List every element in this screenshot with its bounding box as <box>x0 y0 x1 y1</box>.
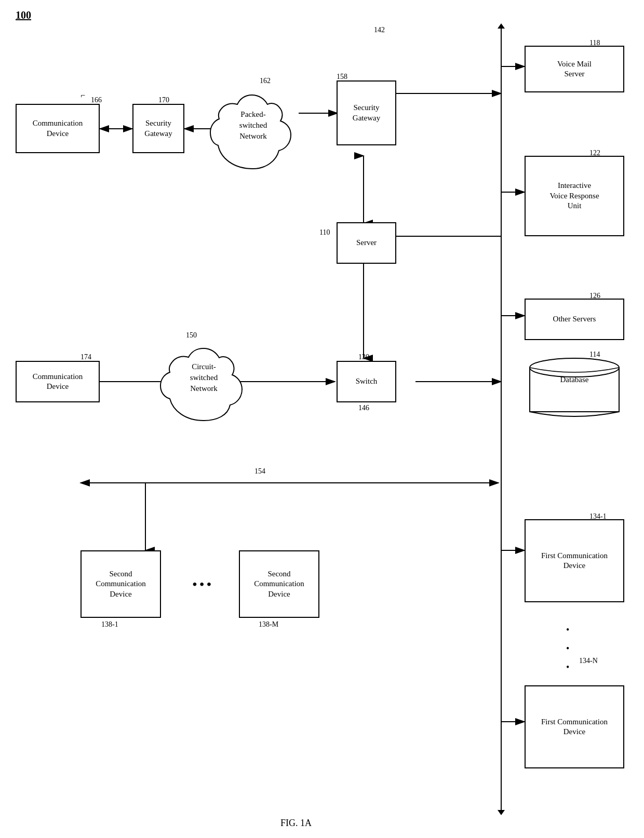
ref-130: 130 <box>358 353 369 361</box>
ellipsis-dots: ••• <box>192 576 213 593</box>
circuit-network: Circuit-switchedNetwork <box>158 336 249 427</box>
diagram: 100 <box>0 0 644 838</box>
diagram-title: 100 <box>16 9 31 21</box>
ref-162: 162 <box>260 77 271 85</box>
ivr-unit: InteractiveVoice ResponseUnit <box>525 156 624 236</box>
ivr-label: InteractiveVoice ResponseUnit <box>549 181 599 211</box>
server: Server <box>337 222 396 264</box>
sec-gateway-170-label: SecurityGateway <box>144 118 172 139</box>
vert-dots: ••• <box>566 620 569 677</box>
ref-138-1: 138-1 <box>101 620 118 629</box>
first-comm-1: First CommunicationDevice <box>525 519 624 602</box>
ref-142: 142 <box>374 26 385 34</box>
sec-gateway-170: SecurityGateway <box>132 104 184 153</box>
svg-marker-7 <box>498 23 505 29</box>
second-comm-1-label: SecondCommunicationDevice <box>96 569 146 600</box>
sec-gateway-158-label: SecurityGateway <box>353 103 380 123</box>
second-comm-m-label: SecondCommunicationDevice <box>254 569 304 600</box>
ref-138-m: 138-M <box>259 620 278 629</box>
ref-150: 150 <box>186 331 197 340</box>
second-comm-m: SecondCommunicationDevice <box>239 550 319 618</box>
svg-point-27 <box>530 358 619 377</box>
second-comm-1: SecondCommunicationDevice <box>81 550 161 618</box>
comm-device-166: CommunicationDevice <box>16 104 100 153</box>
ref-166: 166 <box>91 96 102 104</box>
comm-device-174: CommunicationDevice <box>16 361 100 402</box>
ref-126: 126 <box>589 292 600 300</box>
ref-166-tick: ⌐ <box>81 91 85 100</box>
ref-174: 174 <box>81 353 91 361</box>
switch-label: Switch <box>356 376 378 387</box>
ref-154: 154 <box>254 467 265 476</box>
ref-134-1: 134-1 <box>589 512 607 521</box>
database: Database <box>525 357 624 420</box>
ref-122: 122 <box>589 149 600 157</box>
ref-114: 114 <box>589 350 600 359</box>
ref-158: 158 <box>337 73 347 81</box>
ref-110: 110 <box>319 228 330 237</box>
comm-device-174-label: CommunicationDevice <box>33 372 83 392</box>
voice-mail-label: Voice MailServer <box>557 59 592 79</box>
first-comm-1-label: First CommunicationDevice <box>541 551 608 571</box>
ref-134-n-label: 134-N <box>579 657 598 665</box>
other-servers: Other Servers <box>525 299 624 340</box>
comm-device-166-label: CommunicationDevice <box>33 118 83 139</box>
server-label: Server <box>356 238 377 248</box>
fig-label: FIG. 1A <box>280 818 312 829</box>
packed-network: Packed-switchedNetwork <box>208 80 299 177</box>
switch: Switch <box>337 361 396 402</box>
svg-marker-8 <box>498 810 505 815</box>
first-comm-n-label: First CommunicationDevice <box>541 717 608 737</box>
ref-170: 170 <box>158 96 169 104</box>
ref-146: 146 <box>358 404 369 412</box>
sec-gateway-158: SecurityGateway <box>337 80 396 145</box>
other-servers-label: Other Servers <box>553 314 596 325</box>
voice-mail-server: Voice MailServer <box>525 46 624 92</box>
first-comm-n: First CommunicationDevice <box>525 685 624 768</box>
ref-118: 118 <box>589 39 600 47</box>
